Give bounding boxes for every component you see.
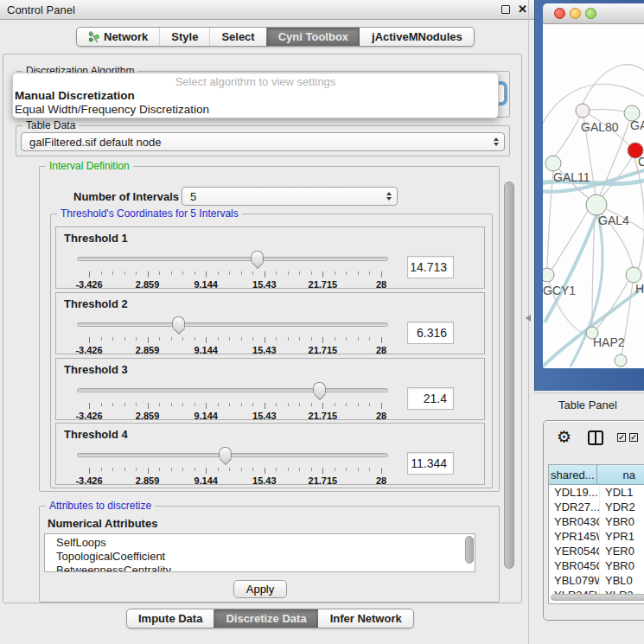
table-data-group-label: Table Data <box>22 119 79 131</box>
slider-thumb[interactable] <box>172 316 185 328</box>
table-column-header[interactable]: shared... <box>549 465 597 484</box>
tick-mark <box>112 468 113 471</box>
tick-mark <box>299 337 300 341</box>
threshold-label: Threshold 2 <box>64 297 128 310</box>
close-icon[interactable]: ✕ <box>518 5 527 14</box>
minimize-traffic-light-icon[interactable] <box>570 8 581 19</box>
tab-cyni-toolbox[interactable]: Cyni Toolbox <box>266 28 360 46</box>
tick-mark <box>335 271 335 275</box>
tick-mark <box>171 403 172 406</box>
table-row[interactable]: YBL079WYBL0 <box>549 573 644 588</box>
threshold-value-field[interactable]: 11.344 <box>407 452 454 475</box>
zoom-traffic-light-icon[interactable] <box>585 8 596 19</box>
tick-label: 28 <box>376 279 386 290</box>
numerical-attributes-list[interactable]: SelfLoopsTopologicalCoefficientBetweenne… <box>44 533 475 572</box>
tick-mark <box>124 403 125 406</box>
tick-mark <box>206 468 207 474</box>
splitter-collapse-icon[interactable] <box>522 315 531 322</box>
tab-select[interactable]: Select <box>209 28 265 46</box>
table-row[interactable]: YDL19...YDL1 <box>549 485 644 500</box>
tick-label: 28 <box>376 411 386 421</box>
close-traffic-light-icon[interactable] <box>554 8 565 19</box>
network-node[interactable] <box>626 267 641 283</box>
table-row[interactable]: YPR145WYPR1 <box>549 529 644 544</box>
slider-tick-labels: -3.4262.8599.14415.4321.71528 <box>89 411 381 421</box>
slider-thumb[interactable] <box>313 382 326 393</box>
table-row[interactable]: YBR043CYBR0 <box>549 514 644 529</box>
slider-thumb[interactable] <box>251 251 264 262</box>
bottom-tab-discretize-data[interactable]: Discretize Data <box>214 609 317 628</box>
tick-mark <box>182 468 183 471</box>
threshold-value-field[interactable]: 6.316 <box>407 322 454 344</box>
tab-jactivemnodules[interactable]: jActiveMNodules <box>360 28 474 46</box>
threshold-slider[interactable]: -3.4262.8599.14415.4321.71528 <box>77 250 388 288</box>
threshold-slider[interactable]: -3.4262.8599.14415.4321.71528 <box>77 381 388 419</box>
threshold-slider[interactable]: -3.4262.8599.14415.4321.71528 <box>77 446 388 484</box>
tick-mark <box>182 271 183 275</box>
checked-box-icon[interactable]: ✓ <box>617 433 626 442</box>
slider-thumb[interactable] <box>219 447 232 458</box>
float-window-icon[interactable] <box>501 5 510 14</box>
tick-mark <box>206 271 207 277</box>
threshold-label: Threshold 4 <box>64 428 128 441</box>
tick-mark <box>346 403 347 406</box>
tick-mark <box>322 271 323 277</box>
network-node[interactable] <box>545 156 561 171</box>
table-row[interactable]: YIL053CYIL0 <box>549 603 644 604</box>
num-intervals-combo[interactable]: 5 <box>182 187 398 206</box>
tick-mark <box>159 337 160 341</box>
gear-icon[interactable]: ⚙ <box>557 429 571 445</box>
threshold-value-field[interactable]: 14.713 <box>407 256 454 278</box>
tick-mark <box>241 403 242 406</box>
tick-mark <box>89 468 90 474</box>
table-data-combo[interactable]: galFiltered.sif default node <box>21 132 505 151</box>
network-node-label: GCY1 <box>543 284 576 297</box>
tab-network[interactable]: Network <box>77 28 159 46</box>
settings-scrollbar[interactable] <box>504 182 514 569</box>
dropdown-option[interactable]: Equal Width/Frequency Discretization <box>13 103 498 117</box>
threshold-value-field[interactable]: 21.4 <box>407 387 454 410</box>
split-columns-icon[interactable] <box>588 430 603 445</box>
apply-button[interactable]: Apply <box>233 580 287 598</box>
attribute-list-item[interactable]: BetweennessCentrality <box>56 564 475 572</box>
tick-label: 2.859 <box>136 345 160 355</box>
tick-mark <box>206 337 207 343</box>
table-horizontal-scrollbar[interactable] <box>551 594 644 601</box>
attribute-list-item[interactable]: SelfLoops <box>56 536 475 550</box>
network-node[interactable] <box>576 104 590 118</box>
table-column-header[interactable]: na <box>597 465 644 484</box>
table-cell: YIL053C <box>549 603 600 604</box>
tick-mark <box>311 337 312 341</box>
checked-box-icon[interactable]: ✓ <box>629 433 638 442</box>
bottom-tab-label: Infer Network <box>330 612 402 625</box>
network-canvas[interactable]: GAL80GACGAL11GAL4GCY1HHAP2 <box>543 24 644 368</box>
tick-mark <box>218 337 219 341</box>
dropdown-option[interactable]: Manual Discretization <box>13 89 498 103</box>
attribute-list-item[interactable]: TopologicalCoefficient <box>56 550 475 564</box>
slider-tick-labels: -3.4262.8599.14415.4321.71528 <box>89 475 381 486</box>
tick-mark <box>335 403 335 406</box>
network-node[interactable] <box>543 268 554 282</box>
tick-mark <box>265 403 265 409</box>
num-intervals-value: 5 <box>190 190 196 203</box>
tick-mark <box>218 271 219 275</box>
network-node-label: GAL11 <box>553 170 590 184</box>
table-cell: YBL0 <box>600 574 644 587</box>
table-row[interactable]: YBR045CYBR0 <box>549 558 644 573</box>
network-node[interactable] <box>586 194 607 215</box>
tick-mark <box>265 468 265 474</box>
table-row[interactable]: YDR27...YDR2 <box>549 500 644 514</box>
bottom-tab-infer-network[interactable]: Infer Network <box>318 609 413 628</box>
threshold-slider[interactable]: -3.4262.8599.14415.4321.71528 <box>77 316 388 354</box>
tick-label: 28 <box>376 345 386 355</box>
tick-mark <box>358 403 359 406</box>
tab-style[interactable]: Style <box>159 28 209 46</box>
attributes-list-scrollbar[interactable] <box>465 536 474 564</box>
combo-arrows-icon <box>386 192 392 201</box>
slider-track <box>77 322 388 327</box>
network-icon <box>88 31 99 42</box>
table-row[interactable]: YER054CYER0 <box>549 544 644 558</box>
network-node[interactable] <box>615 354 627 367</box>
tick-mark <box>148 271 149 277</box>
bottom-tab-impute-data[interactable]: Impute Data <box>127 609 214 628</box>
